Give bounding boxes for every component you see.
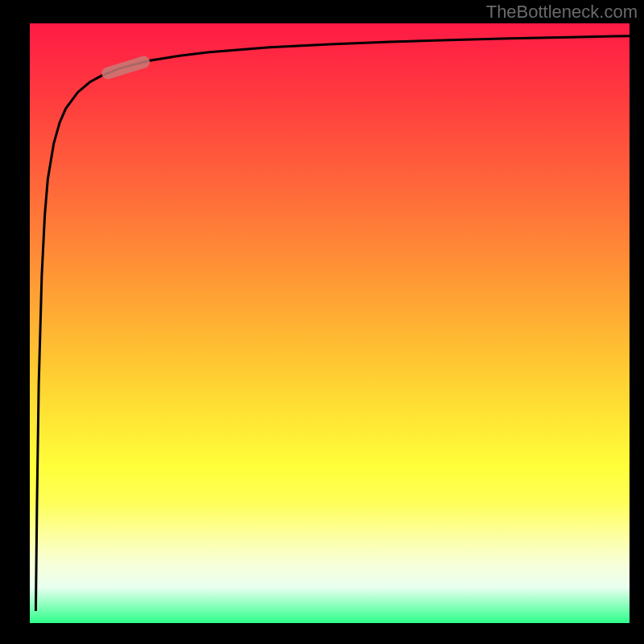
svg-line-0 bbox=[108, 62, 144, 73]
attribution-label: TheBottleneck.com bbox=[486, 2, 638, 23]
chart-curve bbox=[30, 23, 630, 623]
